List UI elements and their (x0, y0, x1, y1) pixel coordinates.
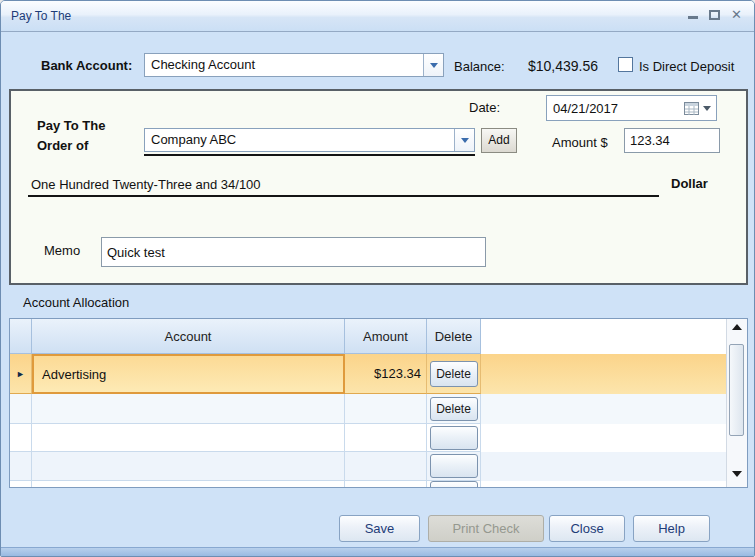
date-dropdown-icon[interactable] (703, 106, 711, 111)
account-cell[interactable]: Advertising (32, 354, 345, 394)
row-selector-cell[interactable] (10, 481, 32, 488)
allocation-title: Account Allocation (23, 295, 129, 310)
account-cell[interactable] (32, 452, 345, 481)
grid-header-row: Account Amount Delete (10, 319, 726, 354)
bank-account-value: Checking Account (145, 54, 423, 76)
amount-cell[interactable]: $123.34 (345, 354, 427, 394)
current-row-arrow-icon: ► (16, 369, 25, 379)
delete-cell (427, 452, 481, 481)
row-selector-cell[interactable] (10, 394, 32, 424)
table-row (10, 452, 726, 481)
account-cell[interactable] (32, 481, 345, 488)
payee-underline (144, 154, 475, 156)
save-button[interactable]: Save (339, 515, 420, 542)
table-row (10, 481, 726, 488)
account-cell[interactable] (32, 394, 345, 424)
payee-label-line1: Pay To The (37, 118, 105, 133)
scroll-up-icon[interactable] (732, 324, 742, 330)
amount-cell[interactable] (345, 452, 427, 481)
chevron-down-icon (461, 138, 469, 143)
window-bottom-edge (1, 547, 754, 556)
table-row (10, 424, 726, 452)
row-selector-cell[interactable]: ► (10, 354, 32, 394)
delete-button[interactable] (430, 454, 478, 478)
row-selector-cell[interactable] (10, 424, 32, 452)
help-button[interactable]: Help (633, 515, 710, 542)
delete-cell: Delete (427, 394, 481, 424)
delete-cell (427, 424, 481, 452)
pay-to-the-dialog: Pay To The ✕ Bank Account: Checking Acco… (0, 0, 755, 557)
delete-button[interactable]: Delete (430, 397, 478, 421)
table-row: Delete (10, 394, 726, 424)
delete-cell: Delete (427, 354, 481, 394)
titlebar: Pay To The ✕ (1, 1, 754, 32)
direct-deposit-checkbox[interactable] (618, 57, 633, 72)
vertical-scrollbar[interactable] (726, 319, 747, 487)
allocation-grid: Account Amount Delete ► Advertising $123… (9, 318, 748, 488)
delete-button[interactable] (430, 426, 478, 450)
bank-account-dropdown-button[interactable] (423, 54, 443, 76)
amount-input[interactable] (624, 128, 720, 153)
payee-dropdown-button[interactable] (454, 129, 474, 151)
balance-label: Balance: (454, 59, 505, 74)
scroll-down-icon[interactable] (732, 471, 742, 477)
direct-deposit-label: Is Direct Deposit (639, 59, 734, 74)
delete-button[interactable] (430, 481, 478, 488)
amount-label: Amount $ (552, 135, 608, 150)
add-button[interactable]: Add (481, 128, 517, 153)
amount-cell[interactable] (345, 424, 427, 452)
date-value: 04/21/2017 (547, 101, 684, 116)
memo-label: Memo (44, 243, 80, 258)
calendar-icon[interactable] (684, 102, 699, 115)
page-title: Pay To The (11, 9, 71, 23)
payee-combobox[interactable]: Company ABC (144, 128, 475, 152)
print-check-button[interactable]: Print Check (428, 515, 544, 542)
window-controls: ✕ (688, 10, 742, 20)
grid-header-delete[interactable]: Delete (427, 319, 481, 354)
scrollbar-thumb[interactable] (729, 344, 744, 436)
check-panel: Date: 04/21/2017 Pay To The Order of Com… (9, 89, 748, 285)
bank-account-label: Bank Account: (41, 58, 132, 73)
dollar-label: Dollar (671, 176, 708, 191)
balance-value: $10,439.56 (528, 58, 598, 74)
account-cell[interactable] (32, 424, 345, 452)
maximize-icon[interactable] (709, 10, 720, 20)
memo-input[interactable] (101, 237, 486, 267)
delete-cell (427, 481, 481, 488)
close-icon[interactable]: ✕ (731, 10, 742, 20)
date-label: Date: (469, 100, 500, 115)
row-selector-cell[interactable] (10, 452, 32, 481)
payee-label-line2: Order of (37, 138, 88, 153)
payee-value: Company ABC (145, 129, 454, 151)
amount-words-underline (28, 195, 659, 197)
grid-header-selector (10, 319, 32, 354)
amount-words: One Hundred Twenty-Three and 34/100 (31, 177, 261, 192)
date-field[interactable]: 04/21/2017 (546, 95, 717, 121)
minimize-icon[interactable] (688, 10, 698, 20)
grid-header-amount[interactable]: Amount (345, 319, 427, 354)
chevron-down-icon (430, 63, 438, 68)
bank-account-combobox[interactable]: Checking Account (144, 53, 444, 77)
close-button[interactable]: Close (549, 515, 625, 542)
grid-header-account[interactable]: Account (32, 319, 345, 354)
amount-cell[interactable] (345, 481, 427, 488)
delete-button[interactable]: Delete (430, 361, 478, 387)
table-row: ► Advertising $123.34 Delete (10, 354, 726, 394)
amount-cell[interactable] (345, 394, 427, 424)
